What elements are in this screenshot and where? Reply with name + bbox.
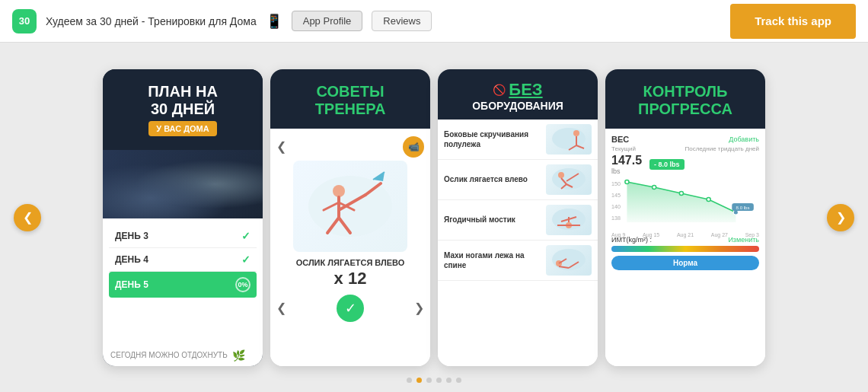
plan-image <box>103 150 263 218</box>
carousel-prev-btn[interactable]: ❮ <box>14 204 41 231</box>
topbar: 30 Худеем за 30 дней - Тренировки для До… <box>0 0 868 43</box>
dot-6[interactable] <box>456 378 461 383</box>
video-icon[interactable]: 📹 <box>403 136 424 158</box>
list-item-2: Ослик лягается влево <box>438 160 598 200</box>
tips-nav-top: ❮ 📹 <box>276 136 424 158</box>
exercise-name-2: Ослик лягается влево <box>444 174 540 184</box>
weight-change: - 8.0 lbs <box>649 159 685 170</box>
exercise-thumb-2 <box>546 164 592 195</box>
weight-header: ВЕС Добавить <box>611 135 759 144</box>
exercise-name-1: Боковые скручивания полулежа <box>444 129 540 149</box>
card-tips: СОВЕТЫ ТРЕНЕРА ❮ 📹 <box>270 69 430 366</box>
svg-point-1 <box>333 185 345 197</box>
day-row-3: ДЕНЬ 3 ✓ <box>109 225 257 248</box>
svg-point-26 <box>552 249 586 270</box>
svg-text:150: 150 <box>611 181 621 186</box>
bmi-section: ИМТ(kg/m²) : Изменить Норма <box>611 236 759 270</box>
dot-2[interactable] <box>416 378 422 383</box>
card-progress-header: КОНТРОЛЬ ПРОГРЕССА <box>605 69 765 129</box>
exercise-thumb-4 <box>546 245 592 276</box>
check-done-icon[interactable]: ✓ <box>337 295 364 322</box>
weight-value: 147.5 <box>611 154 642 167</box>
card-progress: КОНТРОЛЬ ПРОГРЕССА ВЕС Добавить Текущий … <box>605 69 765 366</box>
svg-point-37 <box>653 185 656 189</box>
exercise-reps: х 12 <box>334 269 367 288</box>
plan-footer: СЕГОДНЯ МОЖНО ОТДОХНУТЬ 🌿 <box>103 345 263 366</box>
weight-unit: lbs <box>611 167 642 175</box>
reviews-btn[interactable]: Reviews <box>372 11 432 31</box>
tips-nav-bottom: ❮ ✓ ❯ <box>276 295 424 322</box>
day-row-5-active: ДЕНЬ 5 0% <box>109 272 257 298</box>
card-no-equip-header: 🚫 БЕЗ ОБОРУДОВАНИЯ <box>438 69 598 120</box>
plan-badge: У ВАС ДОМА <box>148 121 216 137</box>
check-icon-4: ✓ <box>241 253 251 266</box>
list-item-1: Боковые скручивания полулежа <box>438 120 598 160</box>
tips-next-bottom-icon[interactable]: ❯ <box>414 301 424 315</box>
chart-labels: Aug 9 Aug 15 Aug 21 Aug 27 Sep 3 <box>611 232 759 237</box>
weight-title: ВЕС <box>611 135 629 144</box>
dot-5[interactable] <box>446 378 452 383</box>
svg-point-38 <box>679 191 683 195</box>
carousel-dots <box>407 378 461 383</box>
list-item-3: Ягодичный мостик <box>438 200 598 241</box>
check-icon-3: ✓ <box>241 230 251 242</box>
bmi-bar <box>611 246 759 252</box>
tips-prev-icon[interactable]: ❮ <box>276 139 286 154</box>
no-equip-title: БЕЗ <box>509 80 542 100</box>
carousel-next-btn[interactable]: ❯ <box>827 204 854 231</box>
app-title: Худеем за 30 дней - Тренировки для Дома <box>46 15 257 27</box>
exercise-list: Боковые скручивания полулежа Ослик лягае… <box>438 120 598 366</box>
plan-days: ДЕНЬ 3 ✓ ДЕНЬ 4 ✓ ДЕНЬ 5 0% <box>103 218 263 344</box>
card-plan: ПЛАН НА 30 ДНЕЙ У ВАС ДОМА ДЕНЬ 3 ✓ ДЕНЬ… <box>103 69 263 366</box>
svg-text:8.0 lbs: 8.0 lbs <box>736 206 750 210</box>
card-tips-body: ❮ 📹 <box>270 129 430 366</box>
list-item-4: Махи ногами лежа на спине <box>438 241 598 281</box>
no-equip-sub: ОБОРУДОВАНИЯ <box>444 100 592 112</box>
weight-add-btn[interactable]: Добавить <box>729 135 759 143</box>
exercise-thumb-3 <box>546 205 592 235</box>
dot-3[interactable] <box>426 378 432 383</box>
card-no-equip: 🚫 БЕЗ ОБОРУДОВАНИЯ Боковые скручивания п… <box>438 69 598 366</box>
app-profile-btn[interactable]: App Profile <box>292 11 363 31</box>
dot-4[interactable] <box>436 378 442 383</box>
android-icon: 📱 <box>266 13 282 30</box>
svg-text:140: 140 <box>611 204 621 209</box>
svg-point-10 <box>552 128 586 149</box>
exercise-name-4: Махи ногами лежа на спине <box>444 250 540 270</box>
svg-point-11 <box>573 130 579 136</box>
card-tips-header: СОВЕТЫ ТРЕНЕРА <box>270 69 430 129</box>
svg-text:138: 138 <box>611 215 621 221</box>
toggle-icon: 🌿 <box>232 349 245 362</box>
dot-1[interactable] <box>407 378 412 383</box>
exercise-image <box>293 161 407 252</box>
carousel: ПЛАН НА 30 ДНЕЙ У ВАС ДОМА ДЕНЬ 3 ✓ ДЕНЬ… <box>103 69 765 366</box>
weight-stats: 147.5 lbs - 8.0 lbs <box>611 154 759 175</box>
exercise-thumb-1 <box>546 124 592 155</box>
main-content: ❮ ПЛАН НА 30 ДНЕЙ У ВАС ДОМА ДЕНЬ 3 ✓ ДЕ… <box>0 43 868 392</box>
svg-marker-35 <box>627 182 736 222</box>
weight-chart: 150 145 140 138 <box>611 178 759 231</box>
weight-section: ВЕС Добавить Текущий Последние тридцать … <box>611 135 759 231</box>
card-progress-body: ВЕС Добавить Текущий Последние тридцать … <box>605 129 765 366</box>
svg-point-36 <box>625 180 629 183</box>
day-row-4: ДЕНЬ 4 ✓ <box>109 248 257 272</box>
track-app-btn[interactable]: Track this app <box>730 4 856 39</box>
svg-point-16 <box>558 172 564 178</box>
progress-circle: 0% <box>235 277 251 292</box>
app-icon: 30 <box>12 9 37 33</box>
svg-point-39 <box>707 197 710 201</box>
tips-prev-bottom-icon[interactable]: ❮ <box>276 301 286 315</box>
exercise-name-3: Ягодичный мостик <box>444 215 540 225</box>
card-plan-header: ПЛАН НА 30 ДНЕЙ У ВАС ДОМА <box>103 69 263 151</box>
exercise-name: ОСЛИК ЛЯГАЕТСЯ ВЛЕВО <box>296 258 405 267</box>
exercise-svg <box>301 164 400 248</box>
svg-text:145: 145 <box>611 193 621 198</box>
no-equip-icon: 🚫 <box>493 84 506 96</box>
bmi-normal-btn[interactable]: Норма <box>611 256 759 270</box>
